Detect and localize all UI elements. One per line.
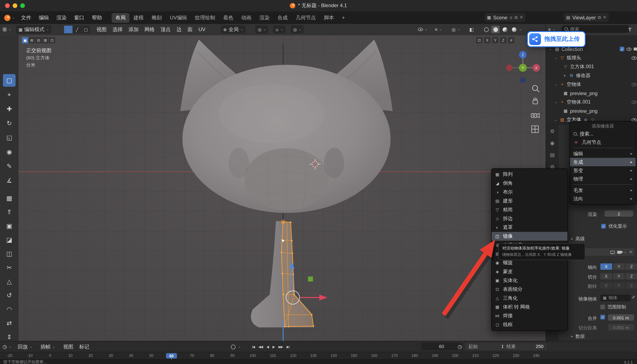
bisect-distance-field[interactable]: 0.001 m [608,324,634,330]
hide-eye-icon[interactable] [631,83,636,86]
bisect-z-toggle[interactable]: Z [626,273,637,280]
hide-eye-icon[interactable] [631,118,636,122]
tool-smooth[interactable]: ◠ [3,303,16,316]
pivot-point-dropdown[interactable]: ◎⌄ [255,25,269,34]
axis-neg-x-ball[interactable] [506,64,513,71]
merge-checkbox[interactable] [600,315,605,320]
tool-extrude[interactable]: ⇑ [3,206,16,218]
menu-item-normals[interactable]: 法向▸ [570,194,636,203]
proportional-edit-toggle[interactable]: ◎⌄ [291,25,304,34]
rendered-shading-button[interactable] [510,26,518,33]
render-level-field[interactable]: 2 [604,210,633,217]
display-viewport-icon[interactable] [610,250,615,254]
display-render-icon[interactable] [617,250,621,254]
toggle-grid-icon[interactable] [532,126,538,132]
gizmos-dropdown[interactable]: ≡⌄ [435,25,442,34]
navigation-gizmo[interactable]: Z X Y [504,44,542,82]
advanced-panel-header[interactable]: ▸高级 [571,236,585,242]
outliner-row-modifiers[interactable]: ▸ ⚙ 修改器 [546,71,637,80]
playhead-marker[interactable]: 60 [166,353,177,358]
copy-scene-icon[interactable]: ⧉ [515,15,518,20]
tool-add-cube[interactable]: ▦ [3,192,16,204]
menu-help[interactable]: 帮助 [88,11,106,24]
select-mode-new-button[interactable]: ▣ [22,37,28,43]
optimal-display-checkbox[interactable] [601,224,606,228]
submenu-item-edge-split[interactable]: ◇拆边 [492,214,567,223]
zoom-icon[interactable] [533,86,539,92]
eyedropper-icon[interactable]: ✎ [631,296,635,299]
show-object-types-dropdown[interactable]: ⌄ [418,25,428,34]
menu-edge[interactable]: 边 [173,26,184,33]
tool-edge-slide[interactable]: ⇄ [3,317,16,330]
menu-add[interactable]: 添加 [126,26,142,33]
delete-scene-icon[interactable]: ✕ [520,16,523,19]
pin-icon[interactable]: ◎ [510,16,513,19]
submenu-item-skin[interactable]: ◈蒙皮 [492,267,567,276]
solid-shading-button[interactable] [491,26,500,33]
axis-x-toggle[interactable]: X [600,264,612,270]
select-mode-subtract-button[interactable]: ⊟ [35,37,42,43]
view-menu[interactable]: 视图 [63,342,73,351]
outliner-row-preview-png[interactable]: ▦ preview_png [546,89,637,98]
flip-y-toggle[interactable]: Y [613,282,625,289]
remove-modifier-icon[interactable]: ✕ [629,250,632,254]
frame-start-field[interactable]: 起始1 [465,342,507,350]
tab-output[interactable]: ▤ [547,150,557,160]
flip-z-toggle[interactable]: Z [626,282,637,289]
collection-checkbox[interactable] [620,47,624,51]
submenu-item-mirror[interactable]: ◫镜像 [492,232,567,241]
prev-keyframe-button[interactable]: ◀◀ [258,345,263,349]
transform-orientation-dropdown[interactable]: ⊕ 全局 ⌄ [221,25,246,34]
submenu-item-solidify[interactable]: ▣实体化 [492,276,567,285]
outliner-row-empty001[interactable]: ⌄ + 空物体.001 [546,98,637,106]
workspace-tab-rendering[interactable]: 渲染 [256,13,273,22]
tab-tool[interactable]: ⚙ [547,126,557,136]
tab-render[interactable]: ◉ [547,138,557,148]
menu-item-geometry-nodes[interactable]: ✳ 几何节点 [570,138,636,146]
submenu-item-decimate[interactable]: ▽精简 [492,205,567,214]
merge-threshold-field[interactable]: 0.001 m [608,314,634,321]
xray-toggle[interactable]: ◧ [469,25,474,34]
submenu-item-volume-to-mesh[interactable]: ▩体积 转 网格 [492,302,567,312]
tool-loop-cut[interactable]: ◫ [3,248,16,260]
axis-y-button[interactable]: Y [492,37,498,43]
jump-to-start-button[interactable]: |◀ [252,345,255,349]
fox-head-model[interactable] [180,40,393,213]
menu-item-search[interactable]: 搜索... [570,130,636,138]
workspace-tab-geometry-nodes[interactable]: 几何节点 [292,13,320,22]
tool-scale[interactable]: ◱ [3,131,16,144]
tool-poly-build[interactable]: △ [3,275,16,288]
menu-edit[interactable]: 编辑 [35,11,53,24]
menu-mesh[interactable]: 网格 [142,26,158,33]
menu-render[interactable]: 渲染 [53,11,70,24]
workspace-tab-modeling[interactable]: 建模 [130,13,147,22]
menu-item-deform[interactable]: 形变▸ [570,166,636,175]
workspace-tab-uv[interactable]: UV编辑 [166,13,191,22]
modifier-extras-icon[interactable]: ⌄ [624,250,627,254]
hide-eye-icon[interactable] [626,47,631,51]
zoom-window-button[interactable] [20,3,25,8]
outliner-row-preview-png2[interactable]: ▦ preview_png [546,106,637,115]
submenu-item-boolean[interactable]: ◑布尔 [492,188,567,196]
menu-file[interactable]: 文件 [17,11,35,24]
viewport-3d[interactable]: 正交前视图 (60) 立方体 分米 ▣ ⊞ ⊟ ⊠ ⊡ ⊡ X Y Z # [19,35,546,341]
menu-uv[interactable]: UV [195,26,208,32]
submenu-item-triangulate[interactable]: △三角化 [492,294,567,302]
timeline-ruler[interactable]: -20-100102030405070809010011012013014015… [0,352,637,360]
workspace-tab-shading[interactable]: 着色 [219,13,237,22]
workspace-tab-texture-paint[interactable]: 纹理绘制 [191,13,219,22]
material-shading-button[interactable] [501,26,509,33]
select-mode-intersect-button[interactable]: ⊡ [49,37,55,43]
menu-window[interactable]: 窗口 [70,11,88,24]
copy-viewlayer-icon[interactable]: ⧉ [598,15,601,20]
axis-z-toggle[interactable]: Z [626,264,637,270]
frame-end-field[interactable]: 结束250 [503,342,547,350]
tool-move[interactable]: ✚ [3,103,16,115]
submenu-item-subdivision[interactable]: ⊡表面细分 [492,285,567,294]
menu-face[interactable]: 面 [184,26,195,33]
outliner-row-cube001[interactable]: ▽ 立方体.001 [546,62,637,71]
minimize-window-button[interactable] [13,3,17,8]
menu-select[interactable]: 选择 [110,26,126,33]
submenu-item-mask[interactable]: ◐遮罩 [492,223,567,232]
play-button[interactable]: ▶ [272,345,275,349]
